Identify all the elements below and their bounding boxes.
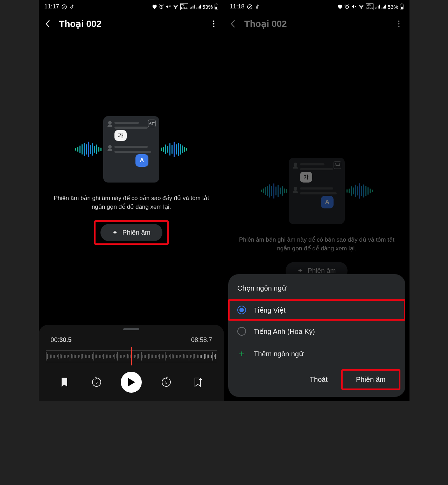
language-label: Tiếng Việt <box>254 306 286 314</box>
transcribe-button[interactable]: ✦ Phiên âm <box>100 224 162 241</box>
svg-rect-20 <box>401 3 402 4</box>
speech-bubble-a: A <box>135 154 148 167</box>
svg-text:5: 5 <box>96 380 98 384</box>
page-title: Thoại 002 <box>59 19 203 29</box>
translate-icon: A⇄ <box>148 120 156 127</box>
battery-icon <box>214 3 218 10</box>
svg-point-17 <box>361 8 361 9</box>
svg-rect-19 <box>401 7 402 9</box>
bookmark-add-icon <box>194 377 202 387</box>
time-row: 00:30.5 08:58.7 <box>46 336 217 344</box>
sheet-actions: Thoát Phiên âm <box>228 366 405 389</box>
radio-unselected-icon <box>237 327 246 336</box>
wifi-icon <box>173 4 179 9</box>
alarm-icon <box>159 4 164 9</box>
svg-point-8 <box>213 21 214 22</box>
add-language-option[interactable]: + Thêm ngôn ngữ <box>228 342 405 366</box>
signal-icon-2 <box>381 4 386 9</box>
bookmark-icon <box>61 378 68 387</box>
signal-icon-1 <box>375 4 380 9</box>
more-button[interactable] <box>209 20 218 27</box>
mute-icon <box>351 4 357 9</box>
waveform-track[interactable] <box>46 349 217 364</box>
app-header: Thoại 002 <box>224 13 410 34</box>
volte-icon: Vo)LTE1 <box>180 3 188 10</box>
heart-icon <box>152 4 157 9</box>
phone-screen-left: 11:17 Vo)LTE1 53% Thoại 002 <box>39 0 224 401</box>
transcript-card-illust: A⇄ 가 A <box>103 116 159 183</box>
plus-icon: + <box>237 348 246 359</box>
playhead[interactable] <box>131 347 132 365</box>
signal-icon-1 <box>190 4 195 9</box>
total-time: 08:58.7 <box>191 336 212 344</box>
signal-icon-2 <box>196 4 201 9</box>
svg-point-9 <box>213 23 214 24</box>
confirm-transcribe-button[interactable]: Phiên âm <box>342 370 400 389</box>
player-panel: 00:30.5 08:58.7 5 5 <box>39 325 224 401</box>
battery-percent: 53% <box>387 4 398 10</box>
transcribe-description: Phiên âm bản ghi âm này để có bản sao đầ… <box>49 194 214 211</box>
language-option-english-us[interactable]: Tiếng Anh (Hoa Kỳ) <box>228 321 405 342</box>
back-button[interactable] <box>230 20 238 28</box>
svg-point-10 <box>213 26 214 27</box>
waveform-decoration-right <box>161 142 187 157</box>
rewind-5-button[interactable]: 5 <box>89 375 104 390</box>
sparkle-icon: ✦ <box>112 229 118 236</box>
bookmark-button[interactable] <box>57 375 72 390</box>
svg-point-23 <box>398 26 400 27</box>
sheet-title: Chọn ngôn ngữ <box>228 284 405 292</box>
svg-point-0 <box>62 5 66 9</box>
page-title: Thoại 002 <box>244 19 388 29</box>
player-controls: 5 5 <box>46 368 217 394</box>
wifi-icon <box>358 4 364 9</box>
app-header: Thoại 002 <box>39 13 224 34</box>
sparkle-icon: ✦ <box>298 267 303 274</box>
svg-rect-6 <box>215 7 217 9</box>
volte-icon: Vo)LTE1 <box>366 3 374 10</box>
battery-icon <box>400 3 404 10</box>
svg-text:5: 5 <box>165 380 167 384</box>
play-button[interactable] <box>121 372 142 393</box>
more-button[interactable] <box>395 20 403 27</box>
waveform-decoration-left <box>261 183 287 199</box>
status-bar: 11:18 Vo)LTE1 53% <box>224 0 410 13</box>
speech-bubble-a: A <box>321 196 334 208</box>
drag-handle[interactable] <box>123 328 139 330</box>
transcribe-button-label: Phiên âm <box>308 267 336 274</box>
transcribe-button-label: Phiên âm <box>122 229 150 236</box>
svg-point-13 <box>247 5 252 9</box>
waveform-decoration-right <box>346 183 373 199</box>
highlight-transcribe-button: ✦ Phiên âm <box>94 220 169 245</box>
transcribe-illustration: A⇄ 가 A <box>261 156 373 226</box>
speech-bubble-ko: 가 <box>114 130 127 141</box>
svg-point-21 <box>398 21 400 22</box>
rewind-5-icon: 5 <box>91 377 102 388</box>
forward-5-icon: 5 <box>161 377 172 388</box>
transcribe-illustration: A⇄ 가 A <box>75 114 187 184</box>
screen-body: A⇄ 가 A Phiên âm bản ghi âm này để có bản… <box>39 34 224 325</box>
more-vertical-icon <box>398 20 400 27</box>
language-bottom-sheet: Chọn ngôn ngữ Tiếng Việt Tiếng Anh (Hoa … <box>228 274 405 397</box>
status-time: 11:17 <box>44 3 59 10</box>
play-icon <box>127 378 135 386</box>
speech-bubble-ko: 가 <box>300 172 312 183</box>
transcribe-description: Phiên âm bản ghi âm này để có bản sao đầ… <box>234 236 399 253</box>
transcript-card-illust: A⇄ 가 A <box>289 158 345 224</box>
more-vertical-icon <box>213 20 215 27</box>
add-bookmark-button[interactable] <box>190 375 206 390</box>
cancel-button[interactable]: Thoát <box>296 370 342 389</box>
radio-selected-icon <box>237 306 246 314</box>
language-option-vietnamese[interactable]: Tiếng Việt <box>228 299 405 321</box>
tiktok-icon <box>69 4 75 10</box>
back-button[interactable] <box>45 20 53 28</box>
svg-point-4 <box>176 8 176 9</box>
forward-5-button[interactable]: 5 <box>159 375 174 390</box>
status-bar: 11:17 Vo)LTE1 53% <box>39 0 224 13</box>
heart-icon <box>337 4 343 9</box>
current-time: 00:30.5 <box>51 336 72 344</box>
translate-icon: A⇄ <box>334 161 341 169</box>
svg-point-22 <box>398 23 400 24</box>
check-circle-icon <box>247 4 253 10</box>
add-language-label: Thêm ngôn ngữ <box>254 350 303 358</box>
alarm-icon <box>344 4 350 9</box>
